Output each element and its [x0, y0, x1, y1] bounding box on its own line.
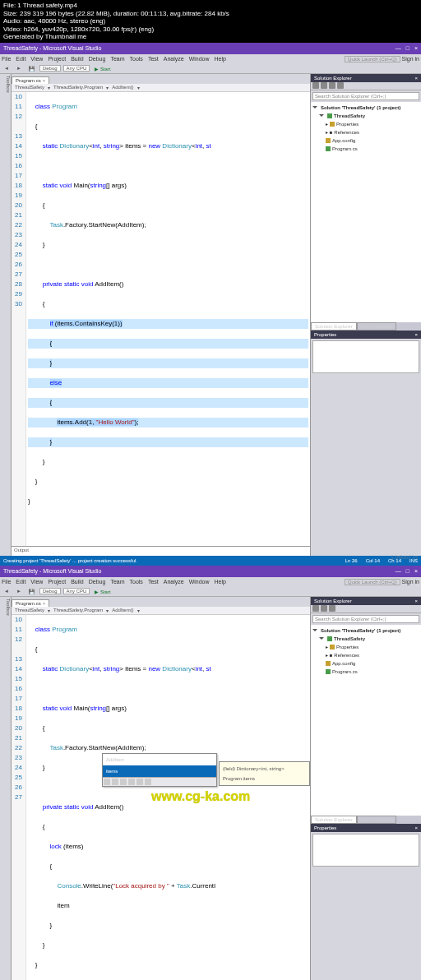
menu-project[interactable]: Project	[48, 56, 66, 62]
solexp-header[interactable]: Solution Explorer×	[311, 597, 421, 605]
filter-icon[interactable]	[128, 779, 135, 785]
filter-icon[interactable]	[145, 779, 151, 785]
panel-close-icon[interactable]: ×	[414, 599, 418, 603]
expand-icon[interactable]	[319, 637, 324, 640]
home-icon[interactable]	[312, 605, 319, 612]
menu-tools[interactable]: Tools	[130, 579, 143, 585]
programcs-node[interactable]: Program.cs	[312, 145, 419, 153]
project-node[interactable]: ThreadSafety	[312, 635, 419, 643]
expand-icon[interactable]	[312, 629, 317, 631]
window-controls[interactable]: —□×	[396, 45, 418, 51]
platform-dropdown[interactable]: Any CPU	[63, 65, 90, 72]
save-icon[interactable]: 💾	[26, 65, 37, 72]
menu-debug[interactable]: Debug	[89, 56, 106, 62]
properties-header[interactable]: Properties×	[311, 331, 421, 339]
config-dropdown[interactable]: Debug	[39, 65, 61, 72]
tab-program[interactable]: Program.cs ×	[12, 599, 49, 607]
showall-icon[interactable]	[329, 605, 335, 612]
menu-file[interactable]: File	[2, 579, 11, 585]
minimize-icon[interactable]: —	[396, 568, 401, 574]
menu-window[interactable]: Window	[189, 579, 210, 585]
quick-launch-input[interactable]: Quick Launch (Ctrl+Q)	[345, 579, 400, 585]
nav-fwd-icon[interactable]: ►	[14, 588, 24, 594]
code-editor[interactable]: 1011121314151617181920212223242526272829…	[12, 92, 310, 546]
start-button[interactable]: ▶ Start	[92, 588, 113, 595]
window-controls[interactable]: —□×	[396, 568, 418, 574]
programcs-node[interactable]: Program.cs	[312, 668, 419, 676]
filter-icon[interactable]	[136, 779, 143, 785]
panel-close-icon[interactable]: ×	[414, 76, 418, 81]
showall-icon[interactable]	[329, 82, 335, 89]
menu-file[interactable]: File	[2, 56, 11, 62]
output-panel[interactable]: Output	[12, 546, 310, 556]
nav-back-icon[interactable]: ◄	[2, 65, 12, 72]
menu-test[interactable]: Test	[148, 56, 159, 62]
bc-class[interactable]: ThreadSafety.Program	[53, 608, 103, 612]
menu-view[interactable]: View	[30, 56, 43, 62]
panel-close-icon[interactable]: ×	[414, 825, 418, 830]
menu-help[interactable]: Help	[215, 56, 226, 62]
properties-header[interactable]: Properties×	[311, 824, 421, 832]
signin-link[interactable]: Sign in	[402, 579, 419, 585]
code-editor[interactable]: 101112131415161718192021222324252627 cla…	[12, 615, 310, 980]
intelli-filter-bar[interactable]	[103, 777, 216, 786]
quick-launch-input[interactable]: Quick Launch (Ctrl+Q)	[345, 56, 400, 62]
menu-debug[interactable]: Debug	[89, 579, 106, 585]
minimize-icon[interactable]: —	[396, 45, 401, 51]
refresh-icon[interactable]	[321, 82, 327, 89]
menu-help[interactable]: Help	[215, 579, 226, 585]
tab-close-icon[interactable]: ×	[43, 78, 46, 83]
solution-node[interactable]: Solution 'ThreadSafety' (1 project)	[312, 626, 419, 635]
teamexp-tab[interactable]: Team Explorer	[357, 322, 397, 331]
solexp-tab[interactable]: Solution Explorer	[311, 816, 357, 824]
config-dropdown[interactable]: Debug	[39, 588, 61, 594]
solexp-tab[interactable]: Solution Explorer	[311, 322, 357, 331]
intelli-item-selected[interactable]: items	[103, 765, 216, 777]
toolbox-tab[interactable]: Toolbox	[0, 597, 12, 980]
menu-test[interactable]: Test	[148, 579, 159, 585]
maximize-icon[interactable]: □	[406, 45, 409, 51]
intelli-item[interactable]: AddItem	[103, 754, 216, 765]
menu-analyze[interactable]: Analyze	[164, 56, 184, 62]
references-node[interactable]: ▸ ■ References	[312, 651, 419, 659]
appconfig-node[interactable]: App.config	[312, 659, 419, 668]
properties-node[interactable]: ▸ Properties	[312, 643, 419, 651]
solexp-search-input[interactable]: Search Solution Explorer (Ctrl+;)	[312, 92, 419, 100]
menu-view[interactable]: View	[30, 579, 43, 585]
menu-edit[interactable]: Edit	[16, 56, 25, 62]
solexp-toolbar[interactable]	[311, 82, 421, 90]
filter-icon[interactable]	[104, 779, 110, 785]
nav-fwd-icon[interactable]: ►	[14, 65, 24, 72]
solexp-toolbar[interactable]	[311, 605, 421, 613]
start-button[interactable]: ▶ Start	[92, 65, 113, 72]
menu-build[interactable]: Build	[71, 56, 84, 62]
save-icon[interactable]: 💾	[26, 588, 37, 595]
expand-icon[interactable]	[312, 106, 317, 109]
menu-team[interactable]: Team	[110, 56, 124, 62]
menu-build[interactable]: Build	[71, 579, 84, 585]
references-node[interactable]: ▸ ■ References	[312, 128, 419, 136]
solexp-search-input[interactable]: Search Solution Explorer (Ctrl+;)	[312, 615, 419, 623]
refresh-icon[interactable]	[321, 605, 327, 612]
solexp-header[interactable]: Solution Explorer×	[311, 74, 421, 82]
solution-tree[interactable]: Solution 'ThreadSafety' (1 project) Thre…	[311, 625, 421, 816]
menu-project[interactable]: Project	[48, 579, 66, 585]
properties-grid[interactable]	[312, 834, 419, 867]
close-icon[interactable]: ×	[414, 45, 418, 51]
toolbox-tab[interactable]: Toolbox	[0, 74, 12, 556]
solution-tree[interactable]: Solution 'ThreadSafety' (1 project) Thre…	[311, 102, 421, 322]
close-icon[interactable]: ×	[414, 568, 418, 574]
properties-icon[interactable]	[337, 82, 344, 89]
bc-method[interactable]: AddItem()	[112, 608, 133, 612]
filter-icon[interactable]	[120, 779, 127, 785]
bc-namespace[interactable]: ThreadSafety	[15, 608, 44, 612]
signin-link[interactable]: Sign in	[402, 56, 419, 62]
nav-back-icon[interactable]: ◄	[2, 588, 12, 594]
tab-close-icon[interactable]: ×	[43, 601, 46, 606]
bc-method[interactable]: AddItem()	[112, 85, 133, 90]
platform-dropdown[interactable]: Any CPU	[63, 588, 90, 594]
panel-close-icon[interactable]: ×	[414, 332, 418, 337]
appconfig-node[interactable]: App.config	[312, 136, 419, 145]
filter-icon[interactable]	[112, 779, 118, 785]
titlebar[interactable]: ThreadSafety - Microsoft Visual Studio —…	[0, 43, 421, 54]
